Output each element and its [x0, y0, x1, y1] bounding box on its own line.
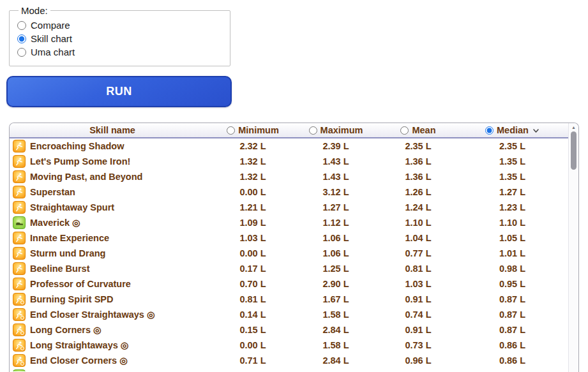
- skill-name: Long Corners ◎: [30, 325, 102, 335]
- sort-descending-icon: [532, 128, 539, 133]
- mode-label-compare: Compare: [31, 20, 70, 31]
- median-value: 0.86 L: [455, 355, 568, 366]
- minimum-value: 0.71 L: [215, 355, 290, 366]
- table-row: Burning Spirit SPD0.81 L1.67 L0.91 L0.87…: [10, 292, 568, 307]
- table-row: Innate Experience1.03 L1.06 L1.04 L1.05 …: [10, 230, 568, 246]
- runner-skill-icon: [13, 247, 26, 260]
- maximum-value: 2.39 L: [290, 141, 381, 151]
- skill-name: Beeline Burst: [30, 264, 89, 274]
- column-header-skill-name[interactable]: Skill name: [10, 125, 215, 135]
- mean-value: 0.73 L: [381, 340, 455, 350]
- mean-value: 1.36 L: [381, 156, 455, 167]
- minimum-value: 0.00 L: [215, 340, 290, 350]
- skill-name-cell: Superstan: [10, 186, 215, 198]
- median-value: 0.87 L: [455, 294, 568, 304]
- median-value: 1.27 L: [455, 187, 568, 197]
- minimum-value: 1.32 L: [215, 156, 290, 167]
- runner-skill-icon: [13, 262, 26, 275]
- table-row: End Closer Straightaways ◎0.14 L1.58 L0.…: [10, 307, 568, 322]
- skill-name: Moving Past, and Beyond: [30, 172, 142, 182]
- median-value: 0.98 L: [455, 264, 568, 274]
- skill-name-cell: Long Corners ◎: [10, 324, 215, 336]
- minimum-radio[interactable]: [227, 126, 235, 135]
- mean-radio[interactable]: [400, 126, 409, 135]
- median-radio[interactable]: [485, 126, 494, 135]
- scrollbar-thumb[interactable]: [571, 131, 577, 170]
- table-row: Superstan0.00 L3.12 L1.26 L1.27 L: [10, 184, 568, 200]
- mean-value: 1.26 L: [381, 187, 455, 197]
- maximum-value: 1.12 L: [290, 218, 381, 228]
- mean-value: 0.91 L: [381, 325, 455, 335]
- maximum-radio[interactable]: [309, 126, 317, 135]
- maximum-value: 1.27 L: [290, 202, 381, 212]
- passive-skill-icon: [13, 216, 26, 229]
- mode-radio-skill-chart[interactable]: [17, 34, 26, 43]
- maximum-value: 3.12 L: [290, 187, 381, 197]
- skill-name-cell: End Closer Straightaways ◎: [10, 308, 215, 321]
- skill-name: End Closer Corners ◎: [30, 355, 128, 366]
- skill-name-cell: Maverick ◎: [10, 216, 215, 229]
- scroll-up-arrow-icon[interactable]: ▲: [569, 123, 578, 130]
- skill-name-cell: Professor of Curvature: [10, 278, 215, 290]
- column-header-median[interactable]: Median: [455, 125, 568, 135]
- minimum-value: 2.32 L: [215, 141, 290, 151]
- skill-name: Burning Spirit SPD: [30, 294, 114, 304]
- mode-option-compare[interactable]: Compare: [17, 20, 223, 31]
- maximum-value: 1.43 L: [290, 156, 381, 167]
- median-value: 2.35 L: [455, 141, 568, 151]
- maximum-value: 2.90 L: [290, 279, 381, 289]
- table-row: Long Straightaways ◎0.00 L1.58 L0.73 L0.…: [10, 338, 568, 353]
- column-header-minimum[interactable]: Minimum: [215, 125, 290, 135]
- run-button[interactable]: RUN: [6, 76, 232, 107]
- table-row: Moving Past, and Beyond1.32 L1.43 L1.36 …: [10, 169, 568, 184]
- mode-radio-compare[interactable]: [17, 21, 26, 30]
- column-header-maximum[interactable]: Maximum: [290, 125, 381, 135]
- minimum-value: 1.03 L: [215, 233, 290, 243]
- runner-skill-icon: [13, 201, 26, 214]
- skill-name-cell: Straightaway Spurt: [10, 201, 215, 214]
- passive-skill-icon: [13, 369, 26, 371]
- skill-name-cell: Long Straightaways ◎: [10, 339, 215, 352]
- skill-table-body: Encroaching Shadow2.32 L2.39 L2.35 L2.35…: [10, 138, 568, 371]
- runner-skill-icon: [13, 170, 26, 183]
- median-value: 0.86 L: [455, 340, 568, 350]
- table-row: Encroaching Shadow2.32 L2.39 L2.35 L2.35…: [10, 138, 568, 154]
- skill-name-cell: Sturm und Drang: [10, 247, 215, 260]
- evolved-circle-badge: [20, 346, 24, 350]
- maximum-value: 1.67 L: [290, 294, 381, 304]
- mean-value: 2.35 L: [381, 141, 455, 151]
- minimum-value: 1.21 L: [215, 202, 290, 212]
- minimum-value: 0.15 L: [215, 325, 290, 335]
- mean-value: 0.96 L: [381, 355, 455, 366]
- median-value: 1.35 L: [455, 172, 568, 182]
- mode-option-skill-chart[interactable]: Skill chart: [17, 33, 223, 44]
- skill-name: Sturm und Drang: [30, 248, 105, 258]
- mean-value: 1.36 L: [381, 172, 455, 182]
- maximum-value: 1.25 L: [290, 264, 381, 274]
- runner-skill-icon: [13, 354, 26, 367]
- table-row: [10, 368, 568, 371]
- mode-label-uma-chart: Uma chart: [31, 47, 75, 57]
- column-header-mean[interactable]: Mean: [381, 125, 455, 135]
- median-value: 1.01 L: [455, 248, 568, 258]
- mean-value: 1.24 L: [381, 202, 455, 212]
- skill-name: Maverick ◎: [30, 218, 80, 228]
- skill-name-cell: Innate Experience: [10, 232, 215, 244]
- skill-name-cell: End Closer Corners ◎: [10, 354, 215, 367]
- runner-skill-icon: [13, 278, 26, 290]
- table-row: End Closer Corners ◎0.71 L2.84 L0.96 L0.…: [10, 353, 568, 368]
- minimum-value: 0.17 L: [215, 264, 290, 274]
- runner-skill-icon: [13, 339, 26, 352]
- table-scrollbar[interactable]: ▲: [568, 123, 578, 372]
- runner-skill-icon: [13, 232, 26, 244]
- runner-skill-icon: [13, 155, 26, 168]
- runner-skill-icon: [13, 186, 26, 198]
- runner-skill-icon: [13, 308, 26, 321]
- mean-value: 1.03 L: [381, 279, 455, 289]
- maximum-header-label: Maximum: [320, 125, 363, 135]
- mode-radio-uma-chart[interactable]: [17, 48, 26, 57]
- mode-option-uma-chart[interactable]: Uma chart: [17, 47, 223, 57]
- minimum-value: 0.00 L: [215, 248, 290, 258]
- skill-table: Skill name Minimum Maximum Mean Median: [9, 123, 579, 372]
- median-value: 1.35 L: [455, 156, 568, 167]
